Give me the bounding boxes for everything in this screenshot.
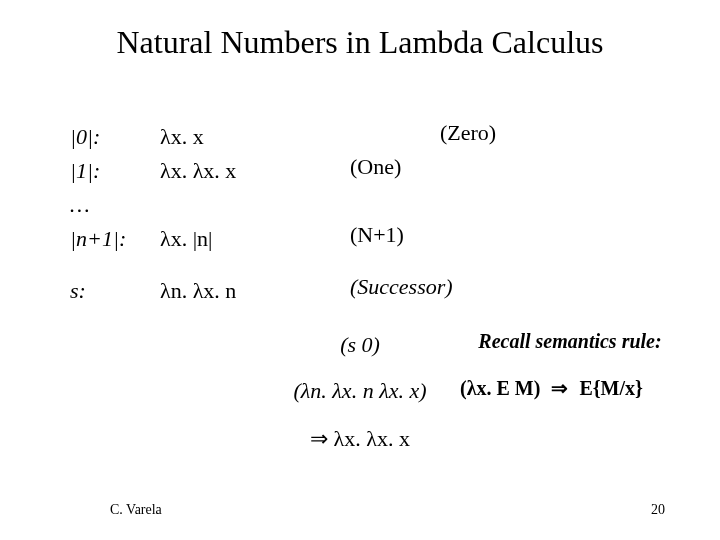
label-dots: …: [70, 188, 160, 222]
label-one: |1|:: [70, 154, 160, 188]
slide-title: Natural Numbers in Lambda Calculus: [0, 24, 720, 61]
expr-one: λx. λx. x: [160, 154, 300, 188]
tag-nplus1: (N+1): [350, 222, 404, 248]
tag-zero: (Zero): [440, 120, 496, 146]
footer-author: C. Varela: [110, 502, 162, 518]
row-nplus1: |n+1|: λx. |n|: [70, 222, 300, 256]
tag-successor: (Successor): [350, 274, 453, 300]
expr-dots: [160, 188, 300, 222]
definitions-block: |0|: λx. x |1|: λx. λx. x … |n+1|: λx. |…: [70, 120, 300, 308]
derive-step-2: ⇒ λx. λx. x: [0, 426, 720, 452]
label-successor: s:: [70, 274, 160, 308]
row-zero: |0|: λx. x: [70, 120, 300, 154]
row-dots: …: [70, 188, 300, 222]
expr-successor: λn. λx. n: [160, 274, 300, 308]
row-one: |1|: λx. λx. x: [70, 154, 300, 188]
recall-rule: (λx. E M) ⇒ E{M/x}: [460, 376, 680, 400]
rule-left: (λx. E M): [460, 377, 540, 399]
expr-zero: λx. x: [160, 120, 300, 154]
footer-page: 20: [651, 502, 665, 518]
tag-one: (One): [350, 154, 401, 180]
derive-step-2-body: λx. λx. x: [334, 426, 410, 451]
label-nplus1: |n+1|:: [70, 222, 160, 256]
rule-right: E{M/x}: [579, 377, 643, 399]
rule-arrow: ⇒: [545, 377, 574, 399]
label-zero: |0|:: [70, 120, 160, 154]
recall-heading: Recall semantics rule:: [460, 330, 680, 353]
expr-nplus1: λx. |n|: [160, 222, 300, 256]
row-successor: s: λn. λx. n: [70, 274, 300, 308]
